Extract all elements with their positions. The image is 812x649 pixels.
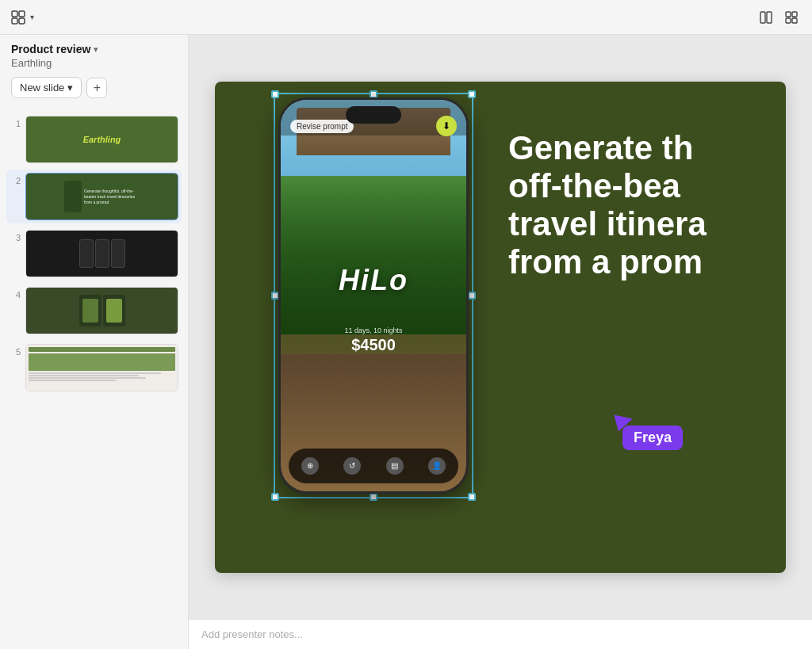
handle-top-left[interactable] bbox=[271, 90, 279, 98]
canvas-area: Revise prompt ⬇ HiLo 11 days, 10 nights … bbox=[189, 35, 812, 649]
slide-thumb-1[interactable]: Earthling bbox=[25, 116, 178, 163]
project-title-chevron[interactable]: ▾ bbox=[94, 44, 98, 55]
sidebar: Product review ▾ Earthling New slide ▾ +… bbox=[0, 35, 189, 649]
phone-notch bbox=[346, 106, 401, 124]
handle-mid-right[interactable] bbox=[468, 292, 476, 300]
trip-price: $4500 bbox=[344, 336, 402, 354]
slide-5-content bbox=[29, 347, 175, 381]
logo-chevron: ▾ bbox=[30, 13, 34, 21]
handle-bottom-left[interactable] bbox=[271, 493, 279, 501]
app-logo[interactable]: ▾ bbox=[10, 9, 34, 26]
view-toggle bbox=[755, 6, 802, 29]
trip-days: 11 days, 10 nights bbox=[344, 326, 402, 334]
slide-text: Generate thoff-the-beatravel itinerafrom… bbox=[508, 129, 770, 282]
slide-item-2[interactable]: 2 Generate thoughtful, off-the-beaten tr… bbox=[6, 170, 182, 223]
notes-bar: Add presenter notes... bbox=[189, 619, 812, 649]
handle-top-right[interactable] bbox=[468, 90, 476, 98]
slide-number-2: 2 bbox=[10, 176, 21, 185]
svg-rect-6 bbox=[786, 12, 791, 17]
project-title-row: Product review ▾ bbox=[11, 43, 177, 55]
svg-rect-7 bbox=[792, 12, 797, 17]
slide-3-phone-1 bbox=[79, 239, 94, 268]
slide-thumb-3[interactable] bbox=[25, 230, 178, 277]
handle-bottom-right[interactable] bbox=[468, 493, 476, 501]
new-slide-chevron: ▾ bbox=[67, 82, 73, 94]
slide-1-thumb-text: Earthling bbox=[83, 135, 121, 144]
phone-body: Revise prompt ⬇ HiLo 11 days, 10 nights … bbox=[278, 97, 469, 494]
phone-screen: Revise prompt ⬇ HiLo 11 days, 10 nights … bbox=[281, 100, 466, 491]
phone-container[interactable]: Revise prompt ⬇ HiLo 11 days, 10 nights … bbox=[278, 97, 469, 494]
slide-3-phone-2 bbox=[95, 239, 109, 268]
nav-icon-3: ▤ bbox=[386, 457, 404, 475]
slide-item-1[interactable]: 1 Earthling bbox=[6, 113, 182, 166]
nav-icon-4: 👤 bbox=[428, 457, 446, 475]
handle-bottom-mid[interactable] bbox=[370, 493, 377, 501]
canvas-wrapper[interactable]: Revise prompt ⬇ HiLo 11 days, 10 nights … bbox=[189, 35, 812, 619]
nav-icon-2: ↺ bbox=[343, 457, 361, 475]
new-slide-button[interactable]: New slide ▾ bbox=[11, 77, 82, 98]
top-bar: ▾ bbox=[0, 0, 812, 35]
notes-placeholder[interactable]: Add presenter notes... bbox=[201, 628, 303, 640]
svg-rect-4 bbox=[760, 12, 765, 23]
svg-rect-5 bbox=[767, 12, 772, 23]
svg-rect-8 bbox=[786, 18, 791, 23]
sidebar-header: Product review ▾ Earthling New slide ▾ + bbox=[0, 35, 188, 109]
slide-4-card-1 bbox=[79, 295, 102, 326]
slide-item-5[interactable]: 5 bbox=[6, 341, 182, 395]
panel-view-button[interactable] bbox=[755, 6, 777, 29]
slide-2-text-thumb: Generate thoughtful, off-the-beaten trac… bbox=[84, 189, 140, 205]
slide-number-4: 4 bbox=[10, 290, 21, 300]
slide-item-4[interactable]: 4 bbox=[6, 284, 182, 338]
new-slide-label: New slide bbox=[20, 82, 64, 94]
slide-4-card-2 bbox=[103, 295, 125, 326]
new-slide-row: New slide ▾ + bbox=[11, 77, 177, 98]
slide-number-1: 1 bbox=[10, 119, 21, 128]
svg-rect-0 bbox=[12, 11, 17, 17]
slide-number-3: 3 bbox=[10, 233, 21, 242]
grid-view-button[interactable] bbox=[780, 6, 802, 29]
slide-thumb-4[interactable] bbox=[25, 287, 178, 334]
slide-2-phone-thumb bbox=[64, 181, 82, 212]
phone-background bbox=[281, 100, 466, 354]
cursor-container: ▶ Freya bbox=[615, 402, 683, 450]
logo-icon bbox=[10, 9, 27, 26]
slide-number-5: 5 bbox=[10, 347, 21, 357]
trip-details: 11 days, 10 nights $4500 bbox=[344, 326, 402, 354]
nav-icon-1: ⊕ bbox=[301, 457, 319, 475]
svg-rect-1 bbox=[19, 11, 25, 17]
slide-3-phone-3 bbox=[111, 239, 125, 268]
add-slide-button[interactable]: + bbox=[86, 78, 107, 98]
slide-canvas: Revise prompt ⬇ HiLo 11 days, 10 nights … bbox=[215, 82, 786, 573]
project-title: Product review bbox=[11, 43, 90, 55]
slide-item-3[interactable]: 3 bbox=[6, 227, 182, 281]
project-subtitle: Earthling bbox=[11, 57, 177, 69]
mic-button[interactable]: ⬇ bbox=[436, 116, 457, 136]
app-name-text: HiLo bbox=[339, 264, 408, 297]
slide-thumb-2[interactable]: Generate thoughtful, off-the-beaten trac… bbox=[25, 173, 178, 220]
svg-rect-2 bbox=[12, 18, 17, 24]
svg-rect-9 bbox=[792, 18, 797, 23]
main-layout: Product review ▾ Earthling New slide ▾ +… bbox=[0, 35, 812, 649]
slide-thumb-5[interactable] bbox=[25, 344, 178, 391]
phone-nav-bar: ⊕ ↺ ▤ 👤 bbox=[289, 449, 458, 483]
svg-rect-3 bbox=[19, 18, 25, 24]
slide-list: 1 Earthling 2 Generate thoughtful, off-t… bbox=[0, 109, 188, 649]
revise-prompt-btn[interactable]: Revise prompt bbox=[290, 120, 354, 133]
